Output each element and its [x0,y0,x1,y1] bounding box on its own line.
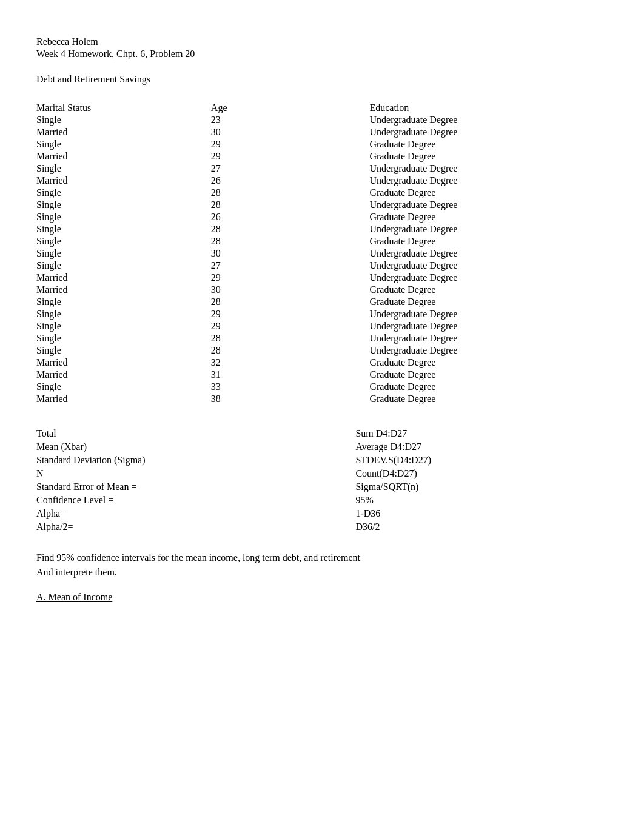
table-row: Single28Undergraduate Degree [36,223,608,235]
stats-value: Count(D4:D27) [355,467,608,480]
stats-label: Confidence Level = [36,494,289,507]
table-row: Single28Undergraduate Degree [36,332,608,344]
table-cell: Undergraduate Degree [369,199,608,211]
table-cell: 30 [211,284,370,296]
stats-label: Total [36,427,289,440]
table-cell: 29 [211,150,370,163]
stats-value: D36/2 [355,520,608,534]
table-cell: Single [36,344,211,357]
table-cell: Married [36,393,211,405]
table-cell: Undergraduate Degree [369,344,608,357]
header-section: Rebecca Holem Week 4 Homework, Chpt. 6, … [36,36,608,59]
table-cell: Single [36,260,211,272]
table-row: Married29Graduate Degree [36,150,608,163]
course-info: Week 4 Homework, Chpt. 6, Problem 20 [36,49,608,59]
table-row: Married26Undergraduate Degree [36,175,608,187]
section-a-label: A. Mean of Income [36,592,112,602]
table-cell: Undergraduate Degree [369,272,608,284]
table-cell: Undergraduate Degree [369,163,608,175]
table-cell: Married [36,284,211,296]
table-cell: Graduate Degree [369,284,608,296]
table-cell: 31 [211,369,370,381]
table-cell: Single [36,163,211,175]
table-cell: 33 [211,381,370,393]
stats-row: Alpha=1-D36 [36,507,608,520]
table-cell: Single [36,296,211,308]
table-cell: 29 [211,320,370,332]
table-cell: Undergraduate Degree [369,332,608,344]
stats-row: Standard Error of Mean =Sigma/SQRT(n) [36,480,608,494]
table-cell: Graduate Degree [369,381,608,393]
stats-value: 95% [355,494,608,507]
table-cell: Married [36,175,211,187]
table-cell: 28 [211,332,370,344]
table-cell: 28 [211,223,370,235]
table-cell: 28 [211,235,370,247]
table-row: Single27Undergraduate Degree [36,260,608,272]
course-info-text: Week 4 Homework, Chpt. 6, Problem 20 [36,49,195,59]
table-cell: Married [36,150,211,163]
title-section: Debt and Retirement Savings [36,74,608,85]
table-cell: Graduate Degree [369,357,608,369]
table-cell: Graduate Degree [369,393,608,405]
table-cell: Graduate Degree [369,150,608,163]
table-cell: Undergraduate Degree [369,320,608,332]
table-cell: Graduate Degree [369,296,608,308]
table-cell: Married [36,126,211,138]
table-cell: 28 [211,344,370,357]
table-cell: Single [36,381,211,393]
table-header-cell: Age [211,102,370,114]
table-row: Single28Undergraduate Degree [36,199,608,211]
table-row: Single29Undergraduate Degree [36,320,608,332]
table-cell: 30 [211,126,370,138]
table-cell: Married [36,369,211,381]
author-name-text: Rebecca Holem [36,36,98,47]
table-cell: Single [36,235,211,247]
table-cell: Undergraduate Degree [369,308,608,320]
table-cell: 32 [211,357,370,369]
table-cell: 28 [211,187,370,199]
stats-value: 1-D36 [355,507,608,520]
table-row: Single23Undergraduate Degree [36,114,608,126]
table-cell: Single [36,114,211,126]
instructions-text: Find 95% confidence intervals for the me… [36,552,360,577]
table-cell: Undergraduate Degree [369,247,608,260]
table-cell: 23 [211,114,370,126]
stats-value: Average D4:D27 [355,440,608,454]
stats-table: TotalSum D4:D27Mean (Xbar)Average D4:D27… [36,427,608,534]
stats-empty-col [289,467,356,480]
table-row: Single28Graduate Degree [36,187,608,199]
table-cell: 28 [211,199,370,211]
table-row: Married30Undergraduate Degree [36,126,608,138]
data-table: Marital StatusAgeEducationSingle23Underg… [36,102,608,412]
table-cell: 26 [211,211,370,223]
author-name: Rebecca Holem [36,36,608,47]
table-cell: 27 [211,260,370,272]
table-cell: Single [36,138,211,150]
table-row: Single29Undergraduate Degree [36,308,608,320]
table-cell: Undergraduate Degree [369,114,608,126]
instructions-section: Find 95% confidence intervals for the me… [36,551,608,580]
table-header-cell: Education [369,102,608,114]
table-cell: 27 [211,163,370,175]
table-cell: Single [36,247,211,260]
table-cell: Graduate Degree [369,369,608,381]
stats-empty-col [289,520,356,534]
table-cell: Undergraduate Degree [369,175,608,187]
stats-empty-col [289,480,356,494]
stats-label: N= [36,467,289,480]
stats-empty-col [289,440,356,454]
table-row: Single26Graduate Degree [36,211,608,223]
table-cell: Single [36,187,211,199]
table-cell: Single [36,332,211,344]
table-cell: Graduate Degree [369,138,608,150]
table-row: Married30Graduate Degree [36,284,608,296]
table-row: Married31Graduate Degree [36,369,608,381]
table-cell: Graduate Degree [369,211,608,223]
table-cell: Graduate Degree [369,187,608,199]
table-header-cell: Marital Status [36,102,211,114]
section-a: A. Mean of Income [36,592,608,603]
stats-row: N=Count(D4:D27) [36,467,608,480]
document-title: Debt and Retirement Savings [36,74,150,84]
table-cell: Single [36,308,211,320]
